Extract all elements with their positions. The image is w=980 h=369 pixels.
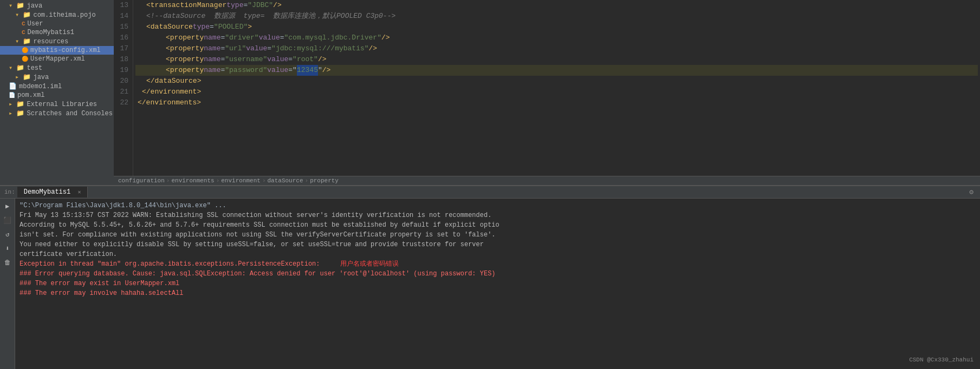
code-line-18: <property name="username" value="root" /… [135,54,978,65]
console-line-1: Fri May 13 15:13:57 CST 2022 WARN: Estab… [20,210,976,220]
console-line-6: Exception in thread "main" org.apache.ib… [20,259,976,269]
code-line-15: <dataSource type="POOLED" > [135,22,978,32]
watermark: CSDN @Cx330_zhahui [909,355,973,365]
sidebar-item-demomybatis1[interactable]: C DemoMybatis1 [0,28,114,37]
sidebar-label-test: test [27,64,42,72]
console-area: ▶ ⬛ ↺ ⬇ 🗑 "C:\Program Files\Java\jdk1.8.… [0,199,980,369]
sidebar-label-com-itheima: com.itheima.pojo [33,11,95,19]
rerun-button[interactable]: ↺ [2,229,13,240]
bottom-panel: in: DemoMybatis1 ✕ ⚙ ▶ ⬛ ↺ ⬇ 🗑 "C:\Progr… [0,185,980,369]
breadcrumb-config[interactable]: configuration [118,177,165,184]
in-label: in: [2,189,17,195]
sidebar-item-pom[interactable]: 📄 pom.xml [0,91,114,100]
console-cn-error: 用户名或者密码错误 [340,260,399,268]
breadcrumb-sep: › [166,177,170,184]
file-tree[interactable]: ▾ 📁 java ▾ 📁 com.itheima.pojo C User C D… [0,0,114,185]
sidebar-item-user[interactable]: C User [0,19,114,28]
line-numbers: 13 14 15 16 17 18 19 20 21 22 [114,0,133,176]
sidebar-label-ext-lib: External Libraries [27,101,97,108]
console-sidebar: ▶ ⬛ ↺ ⬇ 🗑 [0,199,15,369]
xml-file-icon: 🟠 [22,47,28,54]
code-content[interactable]: <transactionManager type="JDBC" /> <!--d… [133,0,980,176]
folder-icon: ▾ 📁 [15,37,31,45]
console-output[interactable]: "C:\Program Files\Java\jdk1.8.0_144\bin\… [15,199,980,369]
sidebar-item-mbdemo1[interactable]: 📄 mbdemo1.iml [0,82,114,91]
console-line-3: isn't set. For compliance with existing … [20,230,976,240]
tab-label: DemoMybatis1 [24,188,70,196]
code-line-14: <!--dataSource 数据源 type= 数据库连接池，默认POOLED… [135,11,978,22]
sidebar-label-user: User [28,20,43,28]
breadcrumb-property[interactable]: property [310,177,339,184]
sidebar-label-usermapper: UserMapper.xml [30,55,85,63]
sidebar-label-mbdemo1: mbdemo1.iml [19,83,62,90]
breadcrumb-datasource[interactable]: dataSource [268,177,303,184]
bottom-tab-demomybatis1[interactable]: DemoMybatis1 ✕ [17,187,88,197]
code-line-16: <property name="driver" value="com.mysql… [135,32,978,43]
console-line-2: According to MySQL 5.5.45+, 5.6.26+ and … [20,220,976,230]
code-line-22: </environments > [135,97,978,108]
sidebar-label-java: java [27,2,42,10]
folder-icon: ▾ 📁 [9,2,24,10]
breadcrumb-environment[interactable]: environment [221,177,261,184]
console-line-7: ### Error querying database. Cause: java… [20,269,976,279]
breadcrumb-environments[interactable]: environments [171,177,214,184]
sidebar-item-scratch[interactable]: ▸ 📁 Scratches and Consoles [0,109,114,118]
settings-icon[interactable]: ⚙ [965,186,978,198]
code-line-19: <property name="password" value="12345" … [135,65,978,76]
folder-icon: ▾ 📁 [9,64,24,72]
editor-area: 13 14 15 16 17 18 19 20 21 22 <transacti… [114,0,980,185]
tab-close-icon[interactable]: ✕ [77,189,81,195]
sidebar-item-test-java[interactable]: ▸ 📁 java [0,73,114,82]
console-line-9: ### The error may involve hahaha.selectA… [20,288,976,298]
code-line-17: <property name="url" value="jdbc:mysql:/… [135,43,978,54]
sidebar-item-test[interactable]: ▾ 📁 test [0,63,114,73]
sidebar-label-test-java: java [33,74,49,81]
folder-icon: ▾ 📁 [15,11,31,19]
sidebar-item-java[interactable]: ▾ 📁 java [0,1,114,10]
iml-file-icon: 📄 [9,82,17,90]
sidebar-label-pom: pom.xml [17,91,44,99]
sidebar-item-ext-lib[interactable]: ▸ 📁 External Libraries [0,100,114,109]
console-error-text: Exception in thread "main" org.apache.ib… [20,260,320,268]
console-line-8: ### The error may exist in UserMapper.xm… [20,279,976,288]
pom-file-icon: 📄 [9,92,15,98]
breadcrumb: configuration › environments › environme… [114,176,980,185]
breadcrumb-sep: › [305,177,309,184]
java-file-icon: C [22,21,25,27]
console-line-path: "C:\Program Files\Java\jdk1.8.0_144\bin\… [20,201,976,210]
sidebar-item-com-itheima[interactable]: ▾ 📁 com.itheima.pojo [0,10,114,19]
clear-button[interactable]: 🗑 [2,257,13,268]
sidebar-label-demomybatis1: DemoMybatis1 [28,29,74,36]
scroll-down-button[interactable]: ⬇ [2,243,13,254]
code-line-21: </environment > [135,87,978,97]
sidebar-label-mybatis-config: mybatis-config.xml [30,47,101,54]
stop-button[interactable]: ⬛ [2,215,13,226]
code-line-13: <transactionManager type="JDBC" /> [135,0,978,11]
java-file-icon: C [22,29,25,36]
folder-icon: ▸ 📁 [9,109,24,117]
console-line-5: certificate verification. [20,249,976,259]
sidebar-label-resources: resources [33,38,68,45]
console-line-4: You need either to explicitly disable SS… [20,240,976,249]
bottom-tab-bar: in: DemoMybatis1 ✕ ⚙ [0,186,980,199]
breadcrumb-sep: › [262,177,266,184]
xml-file-icon: 🟠 [22,56,28,62]
folder-icon: ▸ 📁 [9,100,24,108]
sidebar-item-usermapper[interactable]: 🟠 UserMapper.xml [0,55,114,63]
folder-icon: ▸ 📁 [15,73,31,81]
code-line-20: </dataSource > [135,76,978,87]
breadcrumb-sep: › [216,177,220,184]
sidebar-item-mybatis-config[interactable]: 🟠 mybatis-config.xml [0,46,114,55]
code-editor[interactable]: 13 14 15 16 17 18 19 20 21 22 <transacti… [114,0,980,176]
sidebar-label-scratch: Scratches and Consoles [27,110,112,117]
sidebar-item-resources[interactable]: ▾ 📁 resources [0,37,114,46]
run-button[interactable]: ▶ [2,201,13,212]
